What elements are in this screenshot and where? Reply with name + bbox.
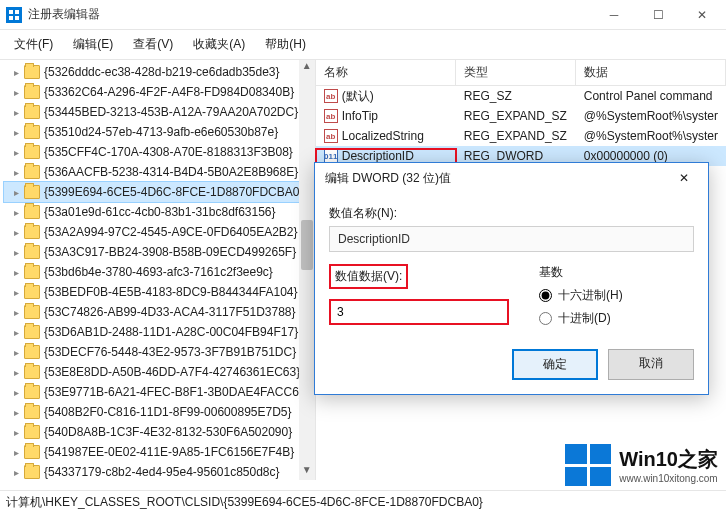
expander-icon[interactable]: ▸ [10,166,22,178]
tree-item[interactable]: ▸{53a01e9d-61cc-4cb0-83b1-31bc8df63156} [4,202,315,222]
list-row[interactable]: abInfoTipREG_EXPAND_SZ@%SystemRoot%\syst… [316,106,726,126]
scroll-thumb[interactable] [301,220,313,270]
radix-hex-option[interactable]: 十六进制(H) [539,287,694,304]
value-name: LocalizedString [342,129,424,143]
tree-item-label: {53BEDF0B-4E5B-4183-8DC9-B844344FA104} [44,285,298,299]
tree-item[interactable]: ▸{5408B2F0-C816-11D1-8F99-00600895E7D5} [4,402,315,422]
expander-icon[interactable]: ▸ [10,386,22,398]
col-type[interactable]: 类型 [456,60,576,85]
value-data-label: 数值数据(V): [329,264,408,289]
svg-rect-1 [15,10,19,14]
tree-item[interactable]: ▸{541987EE-0E02-411E-9A85-1FC6156E7F4B} [4,442,315,462]
tree-item-label: {541987EE-0E02-411E-9A85-1FC6156E7F4B} [44,445,294,459]
tree-item[interactable]: ▸{53A2A994-97C2-4545-A9CE-0FD6405EA2B2} [4,222,315,242]
maximize-button[interactable]: ☐ [636,1,680,29]
folder-icon [24,225,40,239]
tree-item[interactable]: ▸{53BEDF0B-4E5B-4183-8DC9-B844344FA104} [4,282,315,302]
expander-icon[interactable]: ▸ [10,446,22,458]
ok-button[interactable]: 确定 [512,349,598,380]
tree-item[interactable]: ▸{53D6AB1D-2488-11D1-A28C-00C04FB94F17} [4,322,315,342]
tree-item[interactable]: ▸{53E8E8DD-A50B-46DD-A7F4-42746361EC63} [4,362,315,382]
tree-item[interactable]: ▸{53DECF76-5448-43E2-9573-3F7B91B751DC} [4,342,315,362]
scroll-up-icon[interactable]: ▲ [299,60,315,76]
tree-item[interactable]: ▸{53A3C917-BB24-3908-B58B-09ECD499265F} [4,242,315,262]
menu-file[interactable]: 文件(F) [4,32,63,57]
list-row[interactable]: abLocalizedStringREG_EXPAND_SZ@%SystemRo… [316,126,726,146]
tree-pane: ▸{5326dddc-ec38-428d-b219-ce6dadb35de3}▸… [0,60,316,480]
tree-item-label: {53A2A994-97C2-4545-A9CE-0FD6405EA2B2} [44,225,298,239]
expander-icon[interactable]: ▸ [10,186,22,198]
value-data: Control Panel command [576,89,726,103]
tree-item[interactable]: ▸{53E9771B-6A21-4FEC-B8F1-3B0DAE4FACC6} [4,382,315,402]
expander-icon[interactable]: ▸ [10,206,22,218]
tree-item[interactable]: ▸{536AACFB-5238-4314-B4D4-5B0A2E8B968E} [4,162,315,182]
tree-item[interactable]: ▸{53362C64-A296-4F2F-A4F8-FD984D08340B} [4,82,315,102]
list-row[interactable]: ab(默认)REG_SZControl Panel command [316,86,726,106]
expander-icon[interactable]: ▸ [10,246,22,258]
expander-icon[interactable]: ▸ [10,326,22,338]
scrollbar[interactable]: ▲ ▼ [299,60,315,480]
menu-view[interactable]: 查看(V) [123,32,183,57]
value-type: REG_DWORD [456,149,576,163]
col-data[interactable]: 数据 [576,60,726,85]
minimize-button[interactable]: ─ [592,1,636,29]
expander-icon[interactable]: ▸ [10,426,22,438]
tree-item[interactable]: ▸{535CFF4C-170A-4308-A70E-8188313F3B08} [4,142,315,162]
tree-item-label: {53362C64-A296-4F2F-A4F8-FD984D08340B} [44,85,294,99]
tree-item[interactable]: ▸{53C74826-AB99-4D33-ACA4-3117F51D3788} [4,302,315,322]
folder-icon [24,445,40,459]
tree[interactable]: ▸{5326dddc-ec38-428d-b219-ce6dadb35de3}▸… [0,60,315,480]
dialog-title: 编辑 DWORD (32 位)值 [325,170,664,187]
tree-item-label: {53A3C917-BB24-3908-B58B-09ECD499265F} [44,245,296,259]
base-label: 基数 [539,264,694,281]
menu-edit[interactable]: 编辑(E) [63,32,123,57]
expander-icon[interactable]: ▸ [10,306,22,318]
tree-item[interactable]: ▸{53445BED-3213-453B-A12A-79AA20A702DC} [4,102,315,122]
menu-favorites[interactable]: 收藏夹(A) [183,32,255,57]
cancel-button[interactable]: 取消 [608,349,694,380]
folder-icon [24,305,40,319]
tree-item[interactable]: ▸{540D8A8B-1C3F-4E32-8132-530F6A502090} [4,422,315,442]
tree-item[interactable]: ▸{54337179-c8b2-4ed4-95e4-95601c850d8c} [4,462,315,480]
expander-icon[interactable]: ▸ [10,86,22,98]
expander-icon[interactable]: ▸ [10,266,22,278]
radix-dec-option[interactable]: 十进制(D) [539,310,694,327]
expander-icon[interactable]: ▸ [10,126,22,138]
expander-icon[interactable]: ▸ [10,146,22,158]
value-data: @%SystemRoot%\syster [576,109,726,123]
tree-item[interactable]: ▸{5399E694-6CE5-4D6C-8FCE-1D8870FDCBA0} [4,182,315,202]
folder-icon [24,425,40,439]
expander-icon[interactable]: ▸ [10,466,22,478]
expander-icon[interactable]: ▸ [10,66,22,78]
expander-icon[interactable]: ▸ [10,226,22,238]
dialog-titlebar[interactable]: 编辑 DWORD (32 位)值 ✕ [315,163,708,193]
expander-icon[interactable]: ▸ [10,406,22,418]
folder-icon [24,65,40,79]
scroll-down-icon[interactable]: ▼ [299,464,315,480]
close-button[interactable]: ✕ [680,1,724,29]
tree-item-label: {53E9771B-6A21-4FEC-B8F1-3B0DAE4FACC6} [44,385,303,399]
radix-hex-radio[interactable] [539,289,552,302]
radix-dec-radio[interactable] [539,312,552,325]
menu-help[interactable]: 帮助(H) [255,32,316,57]
tree-item-label: {5399E694-6CE5-4D6C-8FCE-1D8870FDCBA0} [44,185,303,199]
expander-icon[interactable]: ▸ [10,346,22,358]
col-name[interactable]: 名称 [316,60,456,85]
tree-item-label: {53445BED-3213-453B-A12A-79AA20A702DC} [44,105,298,119]
radix-dec-label: 十进制(D) [558,310,611,327]
expander-icon[interactable]: ▸ [10,366,22,378]
tree-item[interactable]: ▸{53bd6b4e-3780-4693-afc3-7161c2f3ee9c} [4,262,315,282]
folder-icon [24,125,40,139]
radix-group: 十六进制(H) 十进制(D) [539,287,694,327]
tree-item[interactable]: ▸{5326dddc-ec38-428d-b219-ce6dadb35de3} [4,62,315,82]
expander-icon[interactable]: ▸ [10,286,22,298]
statusbar: 计算机\HKEY_CLASSES_ROOT\CLSID\{5399E694-6C… [0,490,726,512]
tree-item[interactable]: ▸{53510d24-57eb-4713-9afb-e6e60530b87e} [4,122,315,142]
value-data-input[interactable] [329,299,509,325]
expander-icon[interactable]: ▸ [10,106,22,118]
value-name-field: DescriptionID [329,226,694,252]
dialog-close-button[interactable]: ✕ [664,166,704,190]
tree-item-label: {53D6AB1D-2488-11D1-A28C-00C04FB94F17} [44,325,298,339]
folder-icon [24,265,40,279]
edit-dword-dialog: 编辑 DWORD (32 位)值 ✕ 数值名称(N): DescriptionI… [314,162,709,395]
